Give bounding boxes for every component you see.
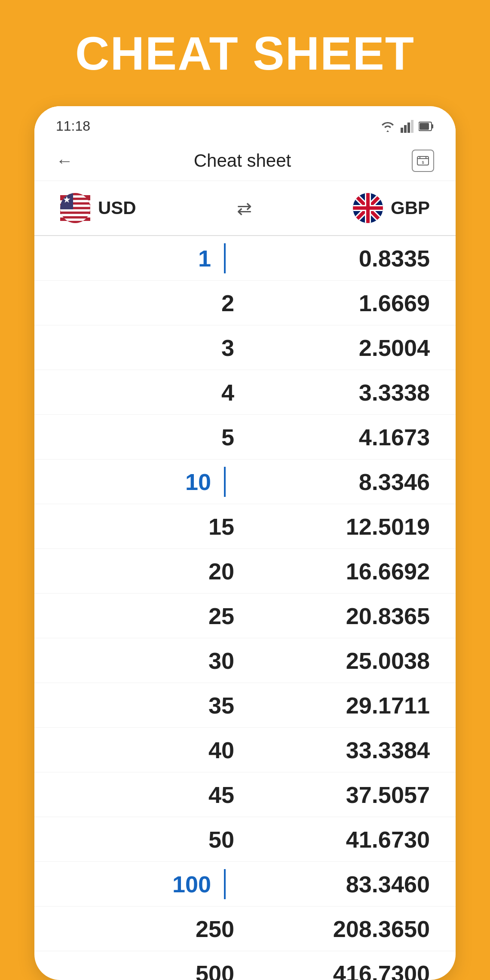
usd-flag-icon: ★ xyxy=(60,193,90,223)
table-row: 10083.3460 xyxy=(34,862,456,906)
svg-rect-2 xyxy=(407,122,410,133)
from-value: 30 xyxy=(60,647,247,674)
wifi-icon xyxy=(380,120,395,133)
table-row: 2520.8365 xyxy=(34,594,456,638)
from-value: 20 xyxy=(60,558,247,585)
to-value: 8.3346 xyxy=(247,469,430,495)
to-value: 12.5019 xyxy=(247,513,430,540)
svg-rect-3 xyxy=(411,120,413,133)
from-currency-code: USD xyxy=(98,198,136,218)
svg-rect-0 xyxy=(401,128,403,133)
to-value: 3.3338 xyxy=(247,379,430,406)
table-row: 500416.7300 xyxy=(34,951,456,980)
svg-rect-1 xyxy=(404,125,407,133)
to-value: 37.5057 xyxy=(247,781,430,808)
to-currency[interactable]: GBP xyxy=(353,193,430,223)
from-value: 35 xyxy=(60,692,247,719)
table-row: 10.8335 xyxy=(34,236,456,281)
to-value: 0.8335 xyxy=(247,245,430,272)
svg-rect-42 xyxy=(353,206,383,210)
table-row: 5041.6730 xyxy=(34,817,456,862)
status-icons xyxy=(380,120,434,133)
to-value: 41.6730 xyxy=(247,826,430,853)
to-value: 1.6669 xyxy=(247,290,430,316)
table-row: 43.3338 xyxy=(34,370,456,415)
to-value: 33.3384 xyxy=(247,737,430,763)
from-value: 50 xyxy=(60,826,247,853)
to-value: 29.1711 xyxy=(247,692,430,719)
table-row: 54.1673 xyxy=(34,415,456,459)
row-divider xyxy=(224,467,226,497)
from-currency[interactable]: ★ USD xyxy=(60,193,136,223)
gbp-flag-icon xyxy=(353,193,383,223)
from-value: 2 xyxy=(60,290,247,316)
from-value: 40 xyxy=(60,737,247,763)
conversion-table: 10.833521.666932.500443.333854.1673108.3… xyxy=(34,236,456,980)
table-row: 21.6669 xyxy=(34,281,456,325)
phone-frame: 11:18 ← Cheat sheet xyxy=(34,106,456,980)
table-row: 3529.1711 xyxy=(34,683,456,728)
from-value: 1 xyxy=(60,243,247,273)
from-value: 15 xyxy=(60,513,247,540)
header-title: Cheat sheet xyxy=(194,150,291,171)
to-value: 25.0038 xyxy=(247,647,430,674)
row-divider xyxy=(224,243,226,273)
app-header: ← Cheat sheet $ xyxy=(34,141,456,181)
from-value: 10 xyxy=(60,467,247,497)
table-row: 2016.6692 xyxy=(34,549,456,594)
from-value: 3 xyxy=(60,334,247,361)
page-title: CHEAT SHEET xyxy=(75,26,415,80)
from-value: 100 xyxy=(60,869,247,899)
svg-rect-29 xyxy=(60,214,90,216)
to-value: 4.1673 xyxy=(247,424,430,450)
from-value: 5 xyxy=(60,424,247,450)
from-value: 45 xyxy=(60,781,247,808)
svg-rect-28 xyxy=(60,209,90,211)
to-value: 416.7300 xyxy=(247,960,430,980)
signal-icon xyxy=(401,120,413,133)
to-value: 208.3650 xyxy=(247,916,430,942)
status-time: 11:18 xyxy=(56,118,90,134)
to-value: 20.8365 xyxy=(247,603,430,629)
swap-icon[interactable]: ⇄ xyxy=(237,198,252,219)
table-row: 108.3346 xyxy=(34,459,456,504)
from-value: 4 xyxy=(60,379,247,406)
from-value: 25 xyxy=(60,603,247,629)
status-bar: 11:18 xyxy=(34,106,456,141)
table-row: 1512.5019 xyxy=(34,504,456,549)
to-value: 83.3460 xyxy=(247,871,430,897)
back-button[interactable]: ← xyxy=(56,151,73,171)
to-value: 16.6692 xyxy=(247,558,430,585)
currency-bar: ★ USD ⇄ xyxy=(34,181,456,236)
battery-icon xyxy=(419,120,434,132)
table-row: 4537.5057 xyxy=(34,772,456,817)
to-value: 2.5004 xyxy=(247,334,430,361)
to-currency-code: GBP xyxy=(391,198,430,218)
svg-rect-6 xyxy=(420,123,429,130)
table-row: 4033.3384 xyxy=(34,728,456,772)
currency-icon-button[interactable]: $ xyxy=(412,150,434,172)
svg-rect-5 xyxy=(432,124,433,129)
table-row: 32.5004 xyxy=(34,325,456,370)
from-value: 250 xyxy=(60,916,247,942)
from-value: 500 xyxy=(60,960,247,980)
row-divider xyxy=(224,869,226,899)
table-row: 250208.3650 xyxy=(34,906,456,951)
svg-text:$: $ xyxy=(422,160,424,165)
table-row: 3025.0038 xyxy=(34,638,456,683)
